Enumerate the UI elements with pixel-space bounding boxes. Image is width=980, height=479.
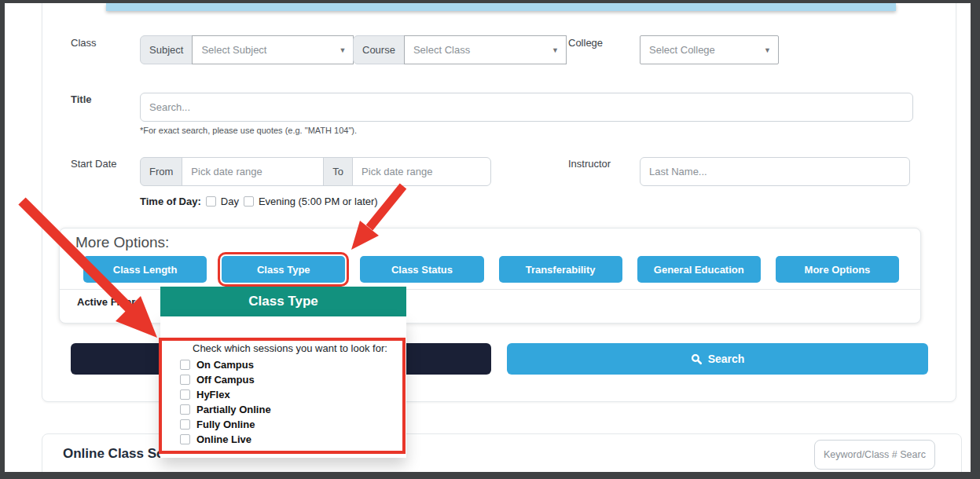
class-status-button[interactable]: Class Status	[360, 256, 483, 283]
date-from-input[interactable]	[182, 157, 324, 186]
on-campus-checkbox[interactable]	[180, 360, 190, 370]
fully-online-label: Fully Online	[196, 419, 255, 430]
class-type-option: Fully Online	[180, 417, 271, 432]
chevron-down-icon: ▼	[552, 46, 559, 54]
start-date-label: Start Date	[71, 158, 117, 170]
date-to-input[interactable]	[352, 157, 491, 186]
more-options-heading: More Options:	[75, 234, 169, 251]
filter-button-row: Class Length Class Type Class Status Tra…	[83, 256, 899, 283]
general-education-button[interactable]: General Education	[637, 256, 761, 283]
keyword-search-input[interactable]	[814, 440, 935, 470]
class-type-option-list: On Campus Off Campus HyFlex Partially On…	[180, 357, 271, 447]
instructor-label: Instructor	[568, 158, 611, 170]
window-frame-left	[0, 0, 5, 479]
online-live-checkbox[interactable]	[180, 434, 190, 444]
subject-select[interactable]: Select Subject ▼	[192, 35, 354, 64]
title-help-text: *For exact search, please use quotes (e.…	[140, 126, 357, 135]
off-campus-checkbox[interactable]	[180, 375, 190, 385]
active-filters-label: Active Filters	[77, 296, 141, 308]
class-type-option: HyFlex	[180, 387, 271, 402]
subject-prepend-label: Subject	[140, 35, 193, 64]
college-label: College	[568, 37, 603, 49]
class-length-button[interactable]: Class Length	[83, 256, 207, 283]
day-checkbox-label: Day	[221, 196, 239, 207]
class-label: Class	[71, 37, 97, 49]
course-select-value: Select Class	[413, 44, 470, 56]
college-select-value: Select College	[649, 44, 715, 56]
subject-select-value: Select Subject	[201, 44, 266, 56]
title-search-input[interactable]	[140, 93, 913, 122]
search-button[interactable]: Search	[507, 343, 928, 375]
hyflex-checkbox[interactable]	[180, 389, 190, 400]
more-options-button[interactable]: More Options	[776, 256, 899, 283]
instructor-input[interactable]	[640, 157, 910, 186]
evening-checkbox-label: Evening (5:00 PM or later)	[259, 196, 378, 207]
window-frame-bottom	[0, 472, 980, 479]
popover-title: Class Type	[160, 287, 406, 316]
class-type-option: On Campus	[180, 357, 271, 372]
popover-prompt: Check which sessions you want to look fo…	[193, 342, 387, 354]
class-type-button[interactable]: Class Type	[222, 256, 345, 283]
time-of-day-label: Time of Day:	[140, 196, 201, 207]
college-select[interactable]: Select College ▼	[640, 35, 779, 64]
from-prepend-label: From	[140, 157, 182, 186]
popover-body: Check which sessions you want to look fo…	[160, 316, 406, 458]
fully-online-checkbox[interactable]	[180, 419, 190, 430]
window-frame-top	[0, 0, 980, 3]
chevron-down-icon: ▼	[764, 46, 771, 54]
partially-online-checkbox[interactable]	[180, 404, 190, 415]
window-frame-right	[971, 0, 980, 479]
class-search-page: Class Subject Select Subject ▼ Course Se…	[0, 0, 980, 479]
course-select[interactable]: Select Class ▼	[404, 35, 567, 64]
class-type-option: Online Live	[180, 432, 271, 447]
hyflex-label: HyFlex	[196, 389, 230, 400]
course-prepend-label: Course	[353, 35, 405, 64]
class-type-option: Off Campus	[180, 372, 271, 387]
to-prepend-label: To	[323, 157, 353, 186]
on-campus-label: On Campus	[196, 359, 254, 371]
chevron-down-icon: ▼	[339, 46, 346, 54]
search-button-label: Search	[708, 353, 745, 365]
class-type-option: Partially Online	[180, 402, 271, 417]
off-campus-label: Off Campus	[196, 374, 255, 386]
header-strip	[106, 3, 896, 11]
partially-online-label: Partially Online	[196, 404, 271, 415]
day-checkbox[interactable]	[206, 196, 216, 207]
title-label: Title	[71, 93, 92, 105]
search-icon	[691, 353, 703, 365]
evening-checkbox[interactable]	[244, 196, 254, 207]
class-type-popover: Class Type Check which sessions you want…	[160, 287, 406, 458]
online-live-label: Online Live	[196, 433, 251, 445]
transferability-button[interactable]: Transferability	[499, 256, 622, 283]
